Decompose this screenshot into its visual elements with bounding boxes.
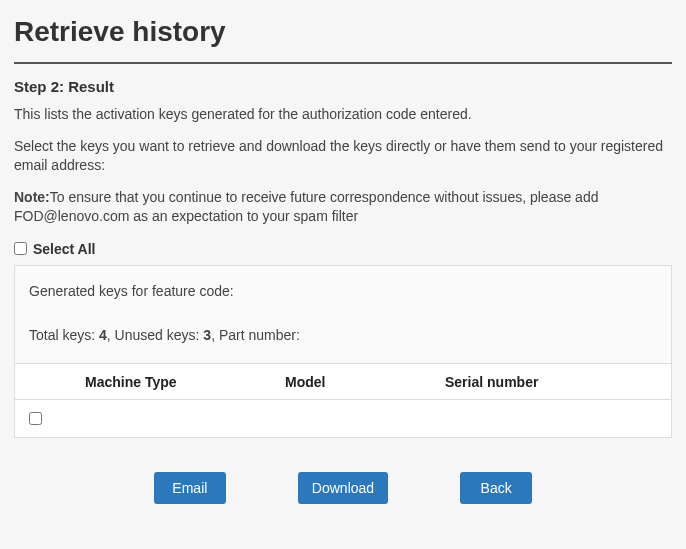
- part-number-label: , Part number:: [211, 327, 300, 343]
- select-all-label: Select All: [33, 241, 96, 257]
- total-keys-label: Total keys:: [29, 327, 99, 343]
- email-button[interactable]: Email: [154, 472, 226, 504]
- totals-line: Total keys: 4, Unused keys: 3, Part numb…: [29, 326, 657, 346]
- table-row-check-cell: [15, 412, 55, 425]
- select-all-checkbox[interactable]: [14, 242, 27, 255]
- note-body: To ensure that you continue to receive f…: [14, 189, 598, 225]
- description-2: Select the keys you want to retrieve and…: [14, 137, 672, 176]
- note-text: Note:To ensure that you continue to rece…: [14, 188, 672, 227]
- info-panel: Generated keys for feature code: Total k…: [14, 265, 672, 364]
- select-all-row: Select All: [14, 241, 672, 257]
- row-checkbox[interactable]: [29, 412, 42, 425]
- action-button-row: Email Download Back: [14, 472, 672, 504]
- step-heading: Step 2: Result: [14, 78, 672, 95]
- table-header-machine-type: Machine Type: [55, 374, 285, 390]
- page-title: Retrieve history: [14, 16, 672, 48]
- divider: [14, 62, 672, 64]
- download-button[interactable]: Download: [298, 472, 388, 504]
- table-header-row: Machine Type Model Serial number: [14, 364, 672, 400]
- description-1: This lists the activation keys generated…: [14, 105, 672, 125]
- note-label: Note:: [14, 189, 50, 205]
- unused-keys-value: 3: [203, 327, 211, 343]
- total-keys-value: 4: [99, 327, 107, 343]
- table-header-model: Model: [285, 374, 445, 390]
- back-button[interactable]: Back: [460, 472, 532, 504]
- table-header-serial-number: Serial number: [445, 374, 671, 390]
- table-row: [14, 400, 672, 438]
- unused-keys-label: , Unused keys:: [107, 327, 204, 343]
- generated-keys-line: Generated keys for feature code:: [29, 282, 657, 302]
